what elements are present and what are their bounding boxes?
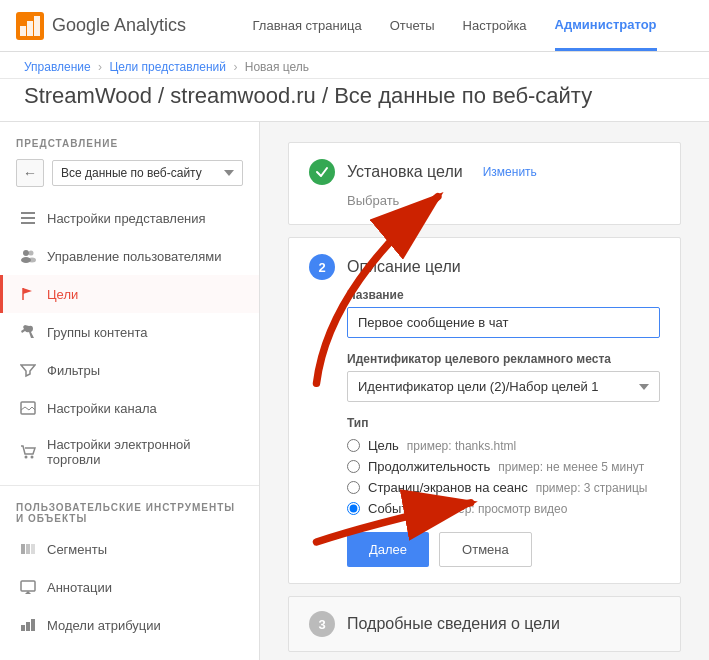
- svg-rect-4: [21, 212, 35, 214]
- step1-edit-link[interactable]: Изменить: [483, 165, 537, 179]
- sidebar-item-segments[interactable]: Сегменты: [0, 530, 259, 568]
- radio-duration-label: Продолжительность: [368, 459, 490, 474]
- sidebar-item-users[interactable]: Управление пользователями: [0, 237, 259, 275]
- svg-point-7: [23, 250, 29, 256]
- sidebar-item-annotations[interactable]: Аннотации: [0, 568, 259, 606]
- radio-pages-hint: пример: 3 страницы: [536, 481, 648, 495]
- name-form-group: Название: [347, 288, 660, 338]
- sidebar-item-ecommerce[interactable]: Настройки электронной торговли: [0, 427, 259, 477]
- radio-goal-hint: пример: thanks.html: [407, 439, 517, 453]
- breadcrumb-item-3: Новая цель: [245, 60, 309, 74]
- main-layout: ПРЕДСТАВЛЕНИЕ ← Все данные по веб-сайту …: [0, 122, 709, 660]
- svg-rect-16: [31, 544, 35, 554]
- type-form-group: Тип Цель пример: thanks.html Продолжител…: [347, 416, 660, 516]
- breadcrumb: Управление › Цели представлений › Новая …: [0, 52, 709, 79]
- sidebar-label-ecommerce: Настройки электронной торговли: [47, 437, 243, 467]
- radio-goal-label: Цель: [368, 438, 399, 453]
- sidebar-label-content-groups: Группы контента: [47, 325, 147, 340]
- radio-goal[interactable]: Цель пример: thanks.html: [347, 438, 660, 453]
- radio-event-label: Событие: [368, 501, 422, 516]
- wrench-icon: [19, 323, 37, 341]
- sidebar-item-channel-settings[interactable]: Настройки канала: [0, 389, 259, 427]
- breadcrumb-item-1[interactable]: Управление: [24, 60, 91, 74]
- svg-rect-15: [26, 544, 30, 554]
- sidebar-label-view-settings: Настройки представления: [47, 211, 206, 226]
- cancel-button[interactable]: Отмена: [439, 532, 532, 567]
- sidebar-item-attribution[interactable]: Модели атрибуции: [0, 606, 259, 644]
- sidebar-section-label: ПРЕДСТАВЛЕНИЕ: [0, 138, 259, 155]
- sidebar-divider: [0, 485, 259, 486]
- radio-group: Цель пример: thanks.html Продолжительнос…: [347, 438, 660, 516]
- sidebar-item-filters[interactable]: Фильтры: [0, 351, 259, 389]
- annotation-icon: [19, 578, 37, 596]
- sidebar-label-goals: Цели: [47, 287, 78, 302]
- sidebar-label-channel-settings: Настройки канала: [47, 401, 157, 416]
- sidebar-item-goals[interactable]: Цели: [0, 275, 259, 313]
- svg-point-10: [28, 258, 36, 263]
- nav-home[interactable]: Главная страница: [253, 2, 362, 49]
- sidebar-item-content-groups[interactable]: Группы контента: [0, 313, 259, 351]
- step3-number: 3: [309, 611, 335, 637]
- sidebar: ПРЕДСТАВЛЕНИЕ ← Все данные по веб-сайту …: [0, 122, 260, 660]
- step2-section: 2 Описание цели Название Идентификатор ц…: [288, 237, 681, 584]
- id-select[interactable]: Идентификатор цели (1)/Набор целей 1Иден…: [347, 371, 660, 402]
- step2-number: 2: [309, 254, 335, 280]
- step2-header: 2 Описание цели: [309, 254, 660, 280]
- cart-icon: [19, 443, 37, 461]
- svg-point-13: [31, 456, 34, 459]
- breadcrumb-item-2[interactable]: Цели представлений: [109, 60, 226, 74]
- radio-duration[interactable]: Продолжительность пример: не менее 5 мин…: [347, 459, 660, 474]
- step3-section: 3 Подробные сведения о цели: [288, 596, 681, 652]
- svg-rect-14: [21, 544, 25, 554]
- radio-event[interactable]: Событие пример: просмотр видео: [347, 501, 660, 516]
- svg-rect-2: [27, 21, 33, 36]
- id-label: Идентификатор целевого рекламного места: [347, 352, 660, 366]
- radio-pages-label: Страниц/экранов на сеанс: [368, 480, 528, 495]
- nav-settings[interactable]: Настройка: [463, 2, 527, 49]
- sidebar-label-annotations: Аннотации: [47, 580, 112, 595]
- page-title-bar: StreamWood / streamwood.ru / Все данные …: [0, 79, 709, 122]
- radio-pages[interactable]: Страниц/экранов на сеанс пример: 3 стран…: [347, 480, 660, 495]
- name-input[interactable]: [347, 307, 660, 338]
- sidebar-section-label2: ПОЛЬЗОВАТЕЛЬСКИЕ ИНСТРУМЕНТЫ И ОБЪЕКТЫ: [0, 494, 259, 530]
- settings-icon: [19, 209, 37, 227]
- step1-check-icon: [309, 159, 335, 185]
- name-label: Название: [347, 288, 660, 302]
- users-icon: [19, 247, 37, 265]
- svg-rect-3: [34, 16, 40, 36]
- back-button[interactable]: ←: [16, 159, 44, 187]
- content-area: Установка цели Изменить Выбрать 2 Описан…: [260, 122, 709, 660]
- svg-rect-17: [21, 581, 35, 591]
- svg-rect-18: [21, 625, 25, 631]
- view-dropdown[interactable]: Все данные по веб-сайту: [52, 160, 243, 186]
- radio-duration-hint: пример: не менее 5 минут: [498, 460, 644, 474]
- logo-text: Google Analytics: [52, 15, 186, 36]
- next-button[interactable]: Далее: [347, 532, 429, 567]
- filter-icon: [19, 361, 37, 379]
- chart-icon: [19, 616, 37, 634]
- sidebar-label-filters: Фильтры: [47, 363, 100, 378]
- svg-rect-19: [26, 622, 30, 631]
- svg-point-12: [25, 456, 28, 459]
- svg-rect-6: [21, 222, 35, 224]
- sidebar-label-users: Управление пользователями: [47, 249, 221, 264]
- svg-rect-5: [21, 217, 35, 219]
- view-selector: ← Все данные по веб-сайту: [0, 155, 259, 199]
- sidebar-item-view-settings[interactable]: Настройки представления: [0, 199, 259, 237]
- svg-rect-20: [31, 619, 35, 631]
- ga-logo-icon: [16, 12, 44, 40]
- nav-admin[interactable]: Администратор: [555, 1, 657, 51]
- sidebar-label-attribution: Модели атрибуции: [47, 618, 161, 633]
- step2-title: Описание цели: [347, 258, 461, 276]
- radio-event-hint: пример: просмотр видео: [430, 502, 568, 516]
- page-title: StreamWood / streamwood.ru / Все данные …: [24, 83, 685, 109]
- nav-links: Главная страница Отчеты Настройка Админи…: [216, 1, 693, 51]
- segments-icon: [19, 540, 37, 558]
- type-label: Тип: [347, 416, 660, 430]
- nav-reports[interactable]: Отчеты: [390, 2, 435, 49]
- image-icon: [19, 399, 37, 417]
- step1-section: Установка цели Изменить Выбрать: [288, 142, 681, 225]
- step3-title: Подробные сведения о цели: [347, 615, 560, 633]
- step1-subtitle: Выбрать: [347, 193, 660, 208]
- sidebar-label-segments: Сегменты: [47, 542, 107, 557]
